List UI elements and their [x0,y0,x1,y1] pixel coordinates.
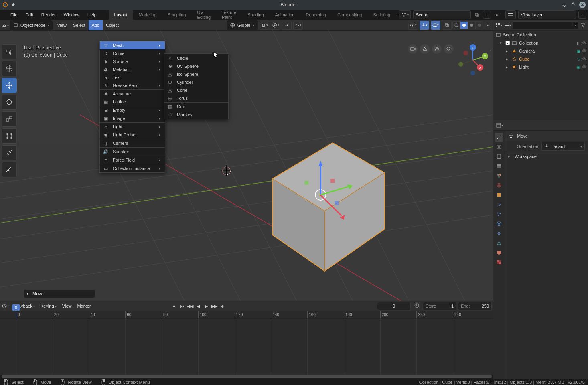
mesh-circle[interactable]: ○Circle [164,54,228,62]
add-menu-light-probe[interactable]: ◉Light Probe▸ [100,131,165,139]
tool-measure[interactable] [2,162,17,177]
workspace-tab-layout[interactable]: Layout [109,10,133,20]
tool-move[interactable] [2,78,17,93]
timeline-menu-keying[interactable]: Keying ▾ [38,304,59,308]
overlay-zoom[interactable] [444,44,454,54]
workspace-tab-modeling[interactable]: Modeling [133,10,162,20]
autokey-button[interactable]: ● [170,302,178,310]
checkbox-icon[interactable] [505,41,511,45]
overlays-toggle-button[interactable]: ▾ [431,21,440,30]
props-tab-data[interactable] [495,239,503,247]
axis-gizmo[interactable]: Z Y X [457,44,489,76]
add-menu-speaker[interactable]: 🔊Speaker [100,147,165,156]
jump-next-key-button[interactable]: ▶▶ [211,302,218,310]
overlay-camera-toggle[interactable] [408,44,418,54]
gizmo-toggle-button[interactable]: ▾ [420,21,429,30]
props-tab-modifier[interactable] [495,200,503,209]
options-button[interactable]: ▾ [293,21,303,30]
jump-prev-key-button[interactable]: ◀◀ [187,302,194,310]
workspace-tab-compositing[interactable]: Compositing [332,10,367,20]
viewport-menu-select[interactable]: Select [70,20,89,30]
mesh-cylinder[interactable]: ⬡Cylinder [164,78,228,86]
workspace-tab-shading[interactable]: Shading [242,10,269,20]
add-menu-lattice[interactable]: ▦Lattice [100,98,165,106]
shading-wireframe-button[interactable] [453,22,460,29]
exclude-icon[interactable]: ◧ [576,41,580,46]
viewport-menu-add[interactable]: Add [89,20,103,30]
timeline-menu-view[interactable]: View [60,304,74,308]
eye-icon[interactable]: 👁 [582,49,586,54]
mesh-torus[interactable]: ◎Torus [164,94,228,102]
viewlayer-add-button[interactable]: + [578,11,586,19]
viewport-menu-view[interactable]: View [54,20,70,30]
scene-delete-button[interactable]: × [493,11,501,18]
tool-scale[interactable] [2,111,17,127]
workspace-tab-scripting[interactable]: Scripting [367,10,396,20]
props-tab-physics[interactable] [495,219,503,228]
tool-select-box[interactable] [2,44,17,59]
menu-edit[interactable]: Edit [22,10,37,20]
outliner-editor-dropdown[interactable]: ▾ [495,22,502,29]
tree-collection[interactable]: ▾ Collection ◧👁 [493,39,588,47]
shading-options-dropdown[interactable]: ▾ [484,22,491,29]
timeline-scrollbar[interactable] [0,375,493,379]
mesh-uv-sphere[interactable]: ⊕UV Sphere [164,62,228,70]
props-tab-material[interactable] [495,248,503,257]
n-panel-toggle[interactable]: ‹ [490,48,491,53]
add-menu-image[interactable]: ▣Image▸ [100,114,165,122]
timeline-menu-marker[interactable]: Marker [75,304,93,308]
outliner-filter-button[interactable] [580,21,586,29]
end-frame-field[interactable]: End:250 [458,302,492,310]
tree-scene-collection[interactable]: Scene Collection [493,31,588,39]
menu-window[interactable]: Window [60,10,83,20]
workspace-tab-rendering[interactable]: Rendering [300,10,332,20]
add-menu-text[interactable]: aText [100,73,165,81]
play-button[interactable]: ▶ [203,302,210,310]
editor-type-dropdown[interactable]: ▾ [2,22,9,29]
add-menu-collection-instance[interactable]: ▭Collection Instance▸ [100,164,165,172]
props-tab-object[interactable] [495,190,503,199]
timeline-ruler[interactable]: 020406080100120140160180200220240 [0,311,493,319]
viewlayer-dropdown-icon[interactable] [505,10,516,19]
transform-orientation-dropdown[interactable]: Global ▾ [227,20,258,30]
add-menu-metaball[interactable]: ◕Metaball▸ [100,65,165,73]
workspace-tab-animation[interactable]: Animation [270,10,300,20]
tree-disclosure-icon[interactable]: ▸ [506,57,511,61]
timeline-body[interactable]: 0 [0,319,493,375]
add-menu-light[interactable]: ☼Light▸ [100,122,165,131]
outliner-search-input[interactable] [513,21,578,29]
maximize-button[interactable] [570,2,576,8]
add-menu-mesh[interactable]: ▽Mesh▸ [100,41,165,49]
add-menu-surface[interactable]: ◗Surface▸ [100,57,165,65]
scene-name-field[interactable] [413,10,471,19]
props-tab-world[interactable] [495,181,503,190]
shading-lookdev-button[interactable] [468,22,475,29]
props-tab-viewlayer[interactable] [495,162,503,170]
mode-dropdown[interactable]: Object Mode ▾ [10,20,53,30]
outliner-tree[interactable]: Scene Collection ▾ Collection ◧👁 ▸ Camer… [493,31,588,120]
current-frame-field[interactable]: 0 [377,302,411,310]
menu-file[interactable]: File [6,10,22,20]
workspace-tab-texture-paint[interactable]: Texture Paint [216,10,242,20]
outliner-display-dropdown[interactable]: ▾ [504,22,511,29]
orientation-dropdown[interactable]: Default ▾ [541,142,585,151]
snap-toggle-button[interactable]: ▾ [260,21,269,30]
tree-disclosure-icon[interactable]: ▸ [506,65,511,69]
mesh-cone[interactable]: △Cone [164,86,228,94]
xray-toggle-button[interactable] [442,21,452,30]
mesh-grid[interactable]: ▦Grid [164,102,228,111]
menu-help[interactable]: Help [83,10,101,20]
tree-disclosure-icon[interactable]: ▸ [506,49,511,53]
props-tab-texture[interactable] [495,258,503,267]
pivot-button[interactable]: ◦▾ [282,21,292,30]
visibility-filter-button[interactable]: ▾ [408,21,418,30]
mesh-monkey[interactable]: ☺Monkey [164,111,228,119]
timeline-editor-dropdown[interactable]: ▾ [2,302,9,310]
workspace-tab-uv-editing[interactable]: UV Editing [191,10,216,20]
props-tab-scene[interactable] [495,171,503,180]
tree-light[interactable]: ▸ Light ◉👁 [493,63,588,71]
scene-add-button[interactable]: + [483,11,491,19]
props-tab-constraint[interactable] [495,229,503,238]
scene-copy-button[interactable] [473,11,481,18]
close-button[interactable] [579,2,586,8]
